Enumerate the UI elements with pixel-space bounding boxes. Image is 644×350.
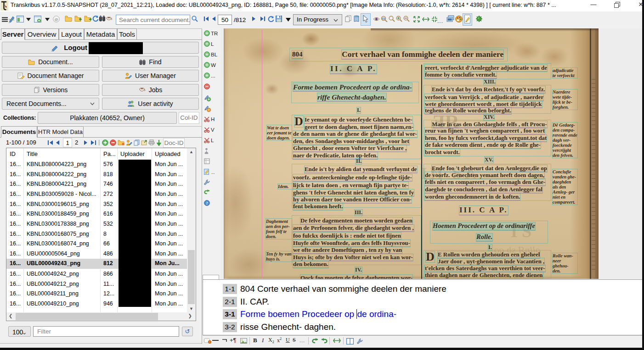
svg-text:?: ? [206, 201, 208, 206]
svg-text:@: @ [54, 17, 58, 22]
